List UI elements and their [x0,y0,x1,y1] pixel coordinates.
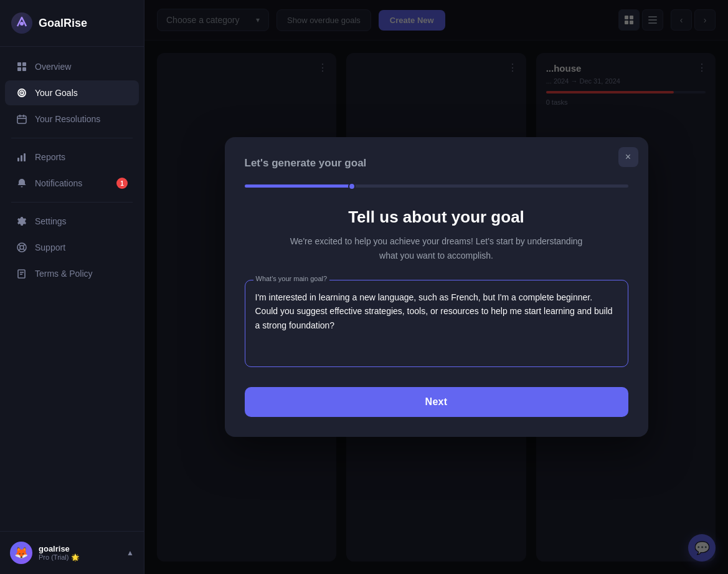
modal-title-text: Tell us about your goal [245,208,628,227]
gear-icon [16,216,27,227]
modal-close-button[interactable]: × [618,147,638,167]
sidebar-item-settings-label: Settings [35,216,67,226]
svg-rect-2 [17,62,21,66]
book-icon [16,268,27,279]
chevron-up-icon: ▲ [126,548,134,557]
grid-icon [16,61,27,72]
sidebar-divider [11,138,133,138]
modal-header-label: Let's generate your goal [245,157,628,170]
calendar-icon [16,113,27,125]
sidebar-item-your-resolutions[interactable]: Your Resolutions [5,107,139,132]
modal-overlay: Let's generate your goal × Tell us about… [144,0,728,574]
modal-progress-bar [245,184,628,188]
svg-rect-13 [17,158,19,161]
avatar: 🦊 [10,542,32,564]
user-profile[interactable]: 🦊 goalrise Pro (Trial) 🌟 ▲ [0,531,144,574]
svg-rect-5 [22,67,26,71]
logo-icon [11,12,32,34]
modal-description: We're excited to help you achieve your d… [281,234,592,262]
svg-line-18 [19,244,21,246]
next-button[interactable]: Next [245,387,628,417]
bell-icon [16,178,27,189]
sidebar-item-support-label: Support [35,242,65,252]
bar-chart-icon [16,151,27,163]
app-name: GoalRise [39,17,87,30]
lifering-icon [16,242,27,253]
svg-line-19 [23,244,25,246]
sidebar-item-reports[interactable]: Reports [5,145,139,170]
user-info: goalrise Pro (Trial) 🌟 [39,544,120,562]
sidebar-item-reports-label: Reports [35,152,65,162]
svg-line-20 [19,249,21,251]
sidebar-nav: Overview Your Goals Your [0,47,144,531]
sidebar-item-overview-label: Overview [35,62,71,72]
svg-rect-4 [17,67,21,71]
main-content: Choose a category ▾ Show overdue goals C… [144,0,728,574]
sidebar-item-your-goals[interactable]: Your Goals [5,80,139,105]
sidebar-item-notifications[interactable]: Notifications 1 [5,171,139,196]
svg-line-21 [23,249,25,251]
sidebar-item-your-resolutions-label: Your Resolutions [35,114,100,124]
sidebar-logo: GoalRise [0,0,144,47]
svg-point-8 [21,92,22,93]
sidebar-item-terms[interactable]: Terms & Policy [5,261,139,286]
modal: Let's generate your goal × Tell us about… [225,137,648,437]
goal-field-group: What's your main goal? [245,280,628,370]
sidebar-item-settings[interactable]: Settings [5,209,139,234]
notification-badge: 1 [116,178,128,189]
sidebar: GoalRise Overview Your G [0,0,144,574]
svg-rect-9 [17,116,26,123]
sidebar-item-overview[interactable]: Overview [5,54,139,79]
user-plan: Pro (Trial) 🌟 [39,553,120,562]
svg-rect-14 [21,155,22,161]
goal-textarea[interactable] [245,280,628,367]
sidebar-item-your-goals-label: Your Goals [35,88,78,98]
modal-heading: Tell us about your goal We're excited to… [245,208,628,262]
modal-progress-fill [245,184,352,188]
sidebar-item-terms-label: Terms & Policy [35,269,93,279]
svg-point-1 [20,22,24,26]
target-icon [16,87,27,98]
svg-rect-3 [22,62,26,66]
user-name: goalrise [39,544,120,553]
modal-progress-container [245,184,628,188]
sidebar-item-notifications-label: Notifications [35,178,82,188]
progress-dot [348,183,356,190]
svg-rect-15 [24,153,26,161]
sidebar-divider-2 [11,202,133,203]
field-label: What's your main goal? [253,275,330,282]
svg-point-17 [20,246,24,249]
sidebar-item-support[interactable]: Support [5,235,139,260]
